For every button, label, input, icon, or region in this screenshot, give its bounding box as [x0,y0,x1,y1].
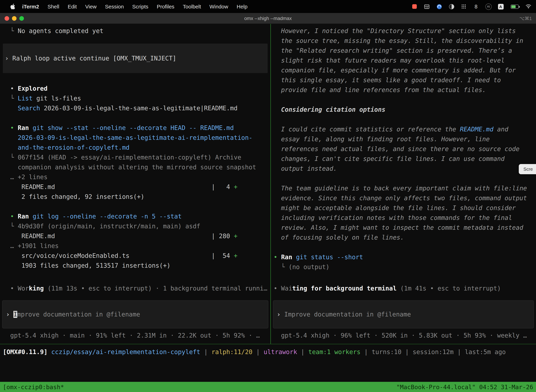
text-segment: git log --oneline --decorate -n 5 --stat [29,213,182,220]
text-segment: • [3,213,18,220]
terminal-line: 2026-03-09-is-legal-the-same-as-legitima… [3,133,268,143]
menu-view[interactable]: View [81,4,101,9]
terminal-line: • Explored [3,84,268,93]
terminal-line: including verification notes with those … [274,213,533,223]
gauge-icon[interactable]: .61 [485,3,492,10]
menu-scripts[interactable]: Scripts [128,4,153,9]
text-segment: Considering citation options [274,106,385,113]
terminal-line: └ No agents completed yet [3,26,268,36]
text-segment: the "Related research writing" section i… [274,47,512,54]
text-segment: • [3,85,18,92]
text-segment: the source tree, missing the essay. Stil… [274,37,523,44]
menu-window[interactable]: Window [205,4,232,9]
figure-eight-icon[interactable]: 8 [473,3,479,10]
terminal-line: evidence. Since this change only affects… [274,193,533,203]
right-agent-pane[interactable]: However, I noticed the "Directory Struct… [271,24,536,344]
terminal-line [274,242,533,252]
terminal-line: might be acceptable alongside the file l… [274,203,533,213]
blue-app-icon[interactable] [436,3,442,10]
text-segment: | [200,348,211,355]
terminal-line: • Working (11m 13s • esc to interrupt) ·… [3,284,268,293]
screen-recording-indicator-icon[interactable] [411,3,418,10]
text-segment: Ran [281,254,292,261]
left-pane-scrollback: └ No agents completed yet › Ralph loop a… [0,24,270,284]
ralph-loop-banner-text: › Ralph loop active continue [OMX_TMUX_I… [5,55,176,62]
menu-shell[interactable]: Shell [43,4,63,9]
window-title: omx --xhigh --madmax [244,16,292,21]
spaces-grid-icon[interactable] [423,3,430,10]
left-prompt-input[interactable]: › Improve documentation in @filename [2,300,268,328]
menu-profiles[interactable]: Profiles [153,4,179,9]
dark-app-icon[interactable] [448,3,455,10]
text-segment: 1903 files changed, 513517 insertions(+) [3,262,170,269]
terminal-line: • Ran git status --short [274,252,533,262]
terminal-line: └ 067f154 (HEAD -> essay/ai-reimplementa… [3,152,268,162]
text-segment: | [297,348,308,355]
text-segment: List [18,95,33,102]
text-segment: └ (no output) [274,263,330,271]
terminal-line: Search 2026-03-09-is-legal-the-same-as-l… [3,103,268,113]
text-segment: • Wai [274,285,292,292]
terminal-line: • Waiting for background terminal (1m 41… [274,284,533,293]
text-segment: README.md [460,126,493,133]
text-segment: I could cite commit statistics or refere… [274,126,460,133]
menu-help[interactable]: Help [232,4,252,9]
text-segment: src/voice/voiceModeEnabled.ts | 54 [3,252,234,259]
text-segment: changes, I can't cite specific file line… [274,155,505,162]
text-segment: 2 files changed, 92 insertions(+) [3,193,144,200]
terminal-line: of focusing solely on file lines. [274,233,533,242]
terminal-line: the "Related research writing" section i… [274,46,533,56]
macos-menubar: iTerm2ShellEditViewSessionScriptsProfile… [0,0,536,13]
menu-session[interactable]: Session [101,4,128,9]
close-button[interactable] [5,16,9,21]
text-segment: ralph:11/20 [211,348,252,355]
input-source-icon[interactable]: A [497,3,504,10]
terminal-line: The team guideline is to back every impo… [274,183,533,193]
wifi-icon[interactable] [525,3,532,10]
menu-toolbelt[interactable]: Toolbelt [179,4,205,9]
text-segment: + [234,252,237,259]
terminal-line: review. Also, I might want to inspect th… [274,223,533,233]
menu-edit[interactable]: Edit [63,4,81,9]
omx-status-bar: [OMX#0.11.9] cczip/essay/ai-reimplementa… [0,344,536,360]
left-pre-lines: └ No agents completed yet [3,26,268,36]
text-segment: No agents completed yet [18,27,103,34]
text-segment: • [3,124,18,131]
tmux-panes: └ No agents completed yet › Ralph loop a… [0,24,536,344]
left-working-status: • Working (11m 13s • esc to interrupt) ·… [0,284,270,293]
terminal-line [274,173,533,183]
text-segment: Search [18,105,40,112]
menu-iterm2[interactable]: iTerm2 [18,4,43,9]
zoom-button[interactable] [19,16,24,21]
menu-list: iTerm2ShellEditViewSessionScriptsProfile… [18,4,252,9]
battery-icon[interactable] [510,3,519,10]
text-segment: git show --stat --oneline --decorate HEA… [29,124,234,131]
terminal-line: companion analysis without altering the … [3,162,268,172]
terminal-line: └ (no output) [274,262,533,272]
text-segment: references need actual files, and since … [274,145,519,152]
prompt-chevron: › [277,311,284,318]
prompt-chevron: › [6,311,13,318]
terminal-line [3,113,268,123]
apple-menu[interactable] [7,4,18,9]
text-segment: └ [3,95,18,102]
dots-grid-icon[interactable] [460,3,467,10]
text-segment: Ran [18,124,29,131]
input-placeholder-text: mprove documentation in @filename [17,311,140,318]
screen-overlay-badge[interactable]: Scre [519,164,536,174]
text-segment: └ 067f154 (HEAD -> essay/ai-reimplementa… [3,154,241,161]
text-segment: However, I noticed the "Directory Struct… [274,27,516,34]
text-segment: └ [3,27,18,34]
apple-icon [10,4,15,9]
text-segment: might be acceptable alongside the file l… [274,205,516,211]
text-segment: slight risk that future readers may over… [274,57,505,64]
terminal-line: Considering citation options [274,105,533,115]
minimize-button[interactable] [12,16,17,21]
text-segment: README.md | 280 [3,233,234,240]
text-segment: Ran [18,213,29,220]
left-agent-pane[interactable]: └ No agents completed yet › Ralph loop a… [0,24,270,344]
text-segment: 2026-03-09-is-legal-the-same-as-legitima… [40,105,238,112]
right-prompt-input[interactable]: › Improve documentation in @filename [273,300,534,328]
text-segment [3,105,18,112]
tmux-session-window-label[interactable]: [omx-cczip0:bash* [3,383,64,390]
